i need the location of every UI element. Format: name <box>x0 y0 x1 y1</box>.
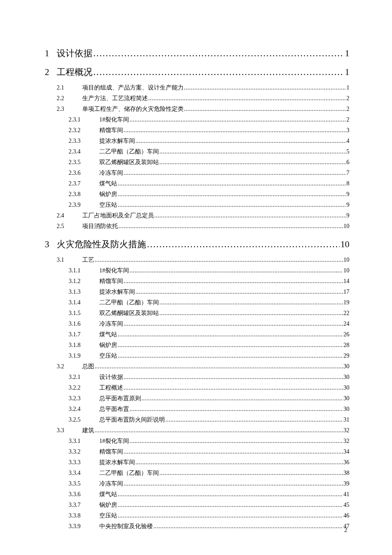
toc-entry-title: 1#裂化车间 <box>99 265 129 276</box>
toc-leader-dots: ........................................… <box>95 254 343 265</box>
toc-entry-page: 24 <box>343 318 349 329</box>
toc-entry: 2.4工厂占地面积及全厂总定员.........................… <box>45 210 349 221</box>
toc-entry-page: 1 <box>345 48 350 59</box>
toc-entry: 2.3.9空压站................................… <box>45 199 349 210</box>
toc-entry-title: 二乙甲酯（乙酯）车间 <box>99 468 159 478</box>
toc-entry-number: 2.3.7 <box>69 178 99 189</box>
toc-entry-page: 1 <box>345 67 350 78</box>
toc-entry-page: 31 <box>343 414 349 425</box>
toc-entry-number: 2.3.4 <box>69 146 99 157</box>
toc-entry: 2.3.8锅炉房................................… <box>45 189 349 199</box>
toc-entry-number: 2.3.5 <box>69 157 99 168</box>
toc-entry-title: 精馏车间 <box>99 276 123 286</box>
toc-entry-number: 3.2.2 <box>69 382 99 393</box>
toc-entry-page: 29 <box>343 350 349 361</box>
toc-entry-number: 3.1.3 <box>69 286 99 297</box>
toc-entry-title: 锅炉房 <box>99 500 117 510</box>
toc-entry: 2.3单项工程生产、储存的火灾危险性定类....................… <box>45 104 349 114</box>
toc-entry-number: 3.1.2 <box>69 276 99 286</box>
toc-leader-dots: ........................................… <box>118 340 343 350</box>
toc-entry-page: 6 <box>346 157 349 168</box>
toc-entry: 3.1.3提浓水解车间.............................… <box>45 286 349 297</box>
toc-leader-dots: ........................................… <box>124 478 343 489</box>
toc-entry: 2.3.7煤气站................................… <box>45 178 349 189</box>
toc-entry: 3.1.9空压站................................… <box>45 350 349 361</box>
toc-entry-page: 2 <box>346 104 349 114</box>
toc-entry-page: 41 <box>343 489 349 500</box>
toc-entry: 3.2.2工程概述...............................… <box>45 382 349 393</box>
toc-leader-dots: ........................................… <box>124 446 343 457</box>
toc-entry-page: 2 <box>346 93 349 104</box>
toc-leader-dots: ........................................… <box>118 221 343 231</box>
toc-entry: 2.2生产方法、工艺流程简述..........................… <box>45 93 349 104</box>
toc-entry-number: 2 <box>45 67 57 78</box>
toc-entry-title: 项目消防依托 <box>82 221 118 231</box>
toc-leader-dots: ........................................… <box>124 318 343 329</box>
toc-entry-title: 煤气站 <box>99 178 117 189</box>
document-page: 1设计依据...................................… <box>0 0 392 555</box>
toc-entry-number: 2.3.3 <box>69 136 99 146</box>
toc-leader-dots: ........................................… <box>130 114 346 125</box>
toc-entry-number: 3.3 <box>57 425 82 436</box>
toc-entry: 2.3.2精馏车间...............................… <box>45 125 349 136</box>
toc-entry-page: 26 <box>343 329 349 340</box>
toc-entry-title: 工艺 <box>82 254 94 265</box>
toc-entry-page: 30 <box>343 393 349 404</box>
toc-entry-title: 工程概况 <box>57 66 92 78</box>
toc-leader-dots: ........................................… <box>141 393 343 404</box>
toc-entry-number: 3.1.6 <box>69 318 99 329</box>
toc-leader-dots: ........................................… <box>159 146 346 157</box>
toc-entry-title: 精馏车间 <box>99 125 123 136</box>
toc-entry-page: 1 <box>346 82 349 93</box>
toc-entry-title: 二乙甲酯（乙酯）车间 <box>99 146 159 157</box>
toc-entry: 3.3.5冷冻车间...............................… <box>45 478 349 489</box>
toc-entry-number: 3.2.4 <box>69 404 99 414</box>
toc-entry-number: 3.3.7 <box>69 500 99 510</box>
toc-entry: 3.3.8空压站................................… <box>45 510 349 521</box>
toc-entry-page: 9 <box>346 189 349 199</box>
toc-leader-dots: ........................................… <box>124 168 346 178</box>
toc-entry: 3.3.6煤气站................................… <box>45 489 349 500</box>
toc-entry: 3.2.4总平面布置..............................… <box>45 404 349 414</box>
toc-entry-page: 30 <box>343 361 349 372</box>
toc-leader-dots: ........................................… <box>130 265 343 276</box>
toc-entry-page: 10 <box>343 221 349 231</box>
toc-entry-page: 34 <box>343 446 349 457</box>
toc-entry-title: 空压站 <box>99 350 117 361</box>
toc-leader-dots: ........................................… <box>118 178 346 189</box>
toc-entry: 3.1.2精馏车间...............................… <box>45 276 349 286</box>
toc-entry-number: 3.3.4 <box>69 468 99 478</box>
toc-entry-title: 锅炉房 <box>99 189 117 199</box>
toc-entry-title: 单项工程生产、储存的火灾危险性定类 <box>82 104 184 114</box>
toc-entry-title: 双乙烯酮罐区及装卸站 <box>99 308 159 318</box>
toc-entry-page: 22 <box>343 308 349 318</box>
toc-entry-number: 2.1 <box>57 82 82 93</box>
toc-entry-number: 2.5 <box>57 221 82 231</box>
toc-entry: 3.3建筑...................................… <box>45 425 349 436</box>
toc-entry-number: 3.1.7 <box>69 329 99 340</box>
toc-entry-title: 双乙烯酮罐区及装卸站 <box>99 157 159 168</box>
toc-leader-dots: ........................................… <box>135 136 346 146</box>
toc-entry-title: 空压站 <box>99 510 117 521</box>
toc-entry: 3.2.5总平面布置防火间距说明........................… <box>45 414 349 425</box>
toc-entry: 2.3.11#裂化车间.............................… <box>45 114 349 125</box>
toc-entry-number: 2.3.1 <box>69 114 99 125</box>
toc-entry-number: 2.3.8 <box>69 189 99 199</box>
toc-leader-dots: ........................................… <box>159 468 343 478</box>
toc-leader-dots: ........................................… <box>154 210 346 221</box>
toc-entry-page: 4 <box>346 136 349 146</box>
toc-entry-number: 3.3.8 <box>69 510 99 521</box>
toc-entry: 3.3.11#裂化车间.............................… <box>45 436 349 446</box>
toc-entry-title: 空压站 <box>99 199 117 210</box>
toc-entry: 1设计依据...................................… <box>45 47 349 59</box>
toc-entry-title: 工程概述 <box>99 382 123 393</box>
toc-entry: 3.3.7锅炉房................................… <box>45 500 349 510</box>
toc-entry-title: 锅炉房 <box>99 340 117 350</box>
toc-leader-dots: ........................................… <box>95 361 343 372</box>
toc-leader-dots: ........................................… <box>124 125 346 136</box>
toc-entry: 3.3.9中央控制室及化验楼..........................… <box>45 521 349 532</box>
toc-entry: 3.3.3提浓水解车间.............................… <box>45 457 349 468</box>
toc-entry-number: 3.1 <box>57 254 82 265</box>
toc-entry: 3.3.4二乙甲酯（乙酯）车间.........................… <box>45 468 349 478</box>
toc-entry-number: 3.1.9 <box>69 350 99 361</box>
